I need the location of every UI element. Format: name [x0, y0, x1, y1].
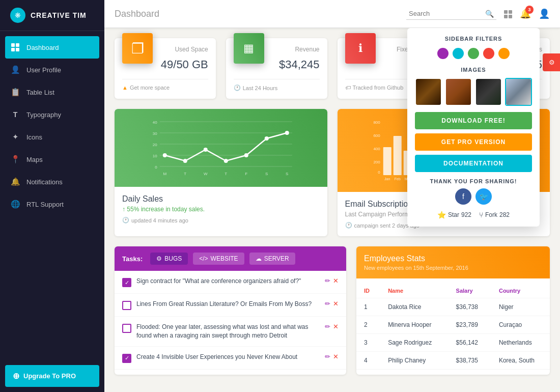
page-title: Dashboard	[115, 9, 159, 19]
col-header-id: ID	[356, 284, 380, 298]
task-edit-1[interactable]: ✏	[325, 277, 330, 285]
notifications-button[interactable]: 🔔 3	[520, 8, 531, 19]
upgrade-label: Upgrade To PRO	[23, 372, 76, 380]
cell-country: Curaçao	[491, 316, 550, 334]
cell-name: Minerva Hooper	[380, 316, 448, 334]
sidebar-item-user-profile[interactable]: 👤 User Profile	[0, 59, 104, 81]
upgrade-button[interactable]: ⊕ Upgrade To PRO	[5, 365, 99, 387]
task-actions-1: ✏ ✕	[325, 277, 339, 285]
task-delete-2[interactable]: ✕	[333, 300, 339, 307]
table-row: 4 Philip Chaney $38,735 Korea, South	[356, 352, 550, 370]
svg-text:M: M	[163, 172, 166, 176]
sidebar-item-label: Maps	[26, 156, 43, 163]
svg-point-12	[204, 148, 208, 152]
svg-text:10: 10	[153, 154, 157, 158]
task-delete-3[interactable]: ✕	[333, 323, 339, 330]
tasks-tab-website[interactable]: </> WEBSITE	[193, 253, 244, 265]
color-dot-green[interactable]	[468, 48, 479, 59]
sidebar-item-table-list[interactable]: 📋 Table List	[0, 81, 104, 103]
sidebar: ❋ CREATIVE TIM Dashboard 👤 User Profile …	[0, 0, 104, 392]
sidebar-item-dashboard[interactable]: Dashboard	[5, 36, 99, 59]
used-space-icon: ❐	[122, 33, 153, 64]
svg-text:S: S	[265, 172, 268, 176]
sidebar-item-rtl[interactable]: 🌐 RTL Support	[0, 193, 104, 215]
task-checkbox-2[interactable]	[122, 301, 131, 310]
cell-id: 4	[356, 352, 380, 370]
cell-salary: $56,142	[449, 334, 491, 352]
table-header-row: ID Name Salary Country	[356, 284, 550, 298]
task-delete-1[interactable]: ✕	[333, 277, 339, 285]
task-actions-4: ✏ ✕	[325, 353, 339, 360]
facebook-share-button[interactable]: f	[455, 188, 471, 205]
color-dot-cyan[interactable]	[453, 48, 464, 59]
github-star[interactable]: ⭐ Star 922	[437, 211, 471, 219]
table-row: 2 Minerva Hooper $23,789 Curaçao	[356, 316, 550, 334]
website-label: WEBSITE	[211, 255, 238, 262]
sidebar-item-label: Typography	[26, 111, 61, 119]
gear-button[interactable]: ⚙	[543, 53, 560, 71]
employees-table: ID Name Salary Country 1 Dakota Rice $36…	[356, 284, 550, 370]
task-edit-3[interactable]: ✏	[325, 323, 330, 330]
task-edit-2[interactable]: ✏	[325, 300, 330, 307]
task-edit-4[interactable]: ✏	[325, 353, 330, 360]
revenue-footer-text: Last 24 Hours	[243, 85, 277, 91]
github-fork-label: Fork	[485, 211, 497, 218]
download-free-button[interactable]: DOWNLOAD FREE!	[415, 112, 532, 129]
stat-card-revenue: ▦ Revenue $34,245 🕐 Last 24 Hours	[226, 38, 327, 99]
filter-image-2[interactable]	[445, 78, 472, 106]
used-space-footer-text: Get more space	[130, 85, 170, 91]
sidebar-item-typography[interactable]: T Typography	[0, 103, 104, 126]
cell-salary: $23,789	[449, 316, 491, 334]
task-delete-4[interactable]: ✕	[333, 353, 339, 360]
twitter-share-button[interactable]: 🐦	[475, 188, 492, 205]
sidebar-item-icons[interactable]: ✦ Icons	[0, 126, 104, 148]
task-checkbox-1[interactable]	[122, 278, 131, 287]
header: Dashboard 🔍 🔔 3 👤	[104, 0, 560, 28]
color-dot-red[interactable]	[483, 48, 494, 59]
task-text-3: Flooded: One year later, assessing what …	[136, 323, 320, 340]
filter-image-4[interactable]	[505, 78, 532, 106]
employees-subtitle: New employees on 15th September, 2016	[364, 265, 542, 271]
get-pro-button[interactable]: GET PRO VERSION	[415, 133, 532, 151]
daily-sales-body: Daily Sales ↑ 55% increase in today sale…	[115, 187, 327, 231]
filter-images-title: IMAGES	[415, 67, 532, 73]
svg-point-16	[285, 131, 289, 135]
grid-view-button[interactable]	[504, 9, 512, 18]
task-checkbox-3[interactable]	[122, 324, 131, 333]
svg-text:Jan: Jan	[384, 177, 390, 181]
dashboard-icon	[10, 42, 20, 52]
search-box[interactable]: 🔍	[406, 8, 496, 20]
tasks-tab-bugs[interactable]: ⚙ BUGS	[150, 253, 188, 265]
task-item-2: Lines From Great Russian Literature? Or …	[115, 294, 346, 317]
cell-id: 2	[356, 316, 380, 334]
sidebar-item-label: User Profile	[26, 66, 61, 74]
color-dot-purple[interactable]	[437, 48, 449, 59]
github-fork[interactable]: ⑂ Fork 282	[479, 211, 510, 219]
filter-image-3[interactable]	[475, 78, 502, 106]
svg-text:30: 30	[153, 131, 157, 136]
cell-name: Dakota Rice	[380, 298, 448, 316]
bugs-icon: ⚙	[156, 255, 162, 262]
employees-body: ID Name Salary Country 1 Dakota Rice $36…	[356, 278, 550, 375]
logo-icon: ❋	[10, 8, 25, 23]
user-menu-button[interactable]: 👤	[539, 8, 550, 19]
documentation-button[interactable]: DOCUMENTATION	[415, 155, 532, 172]
filter-image-1[interactable]	[415, 78, 442, 106]
sidebar-item-notifications[interactable]: 🔔 Notifications	[0, 171, 104, 193]
color-dot-orange[interactable]	[498, 48, 510, 59]
notifications-icon: 🔔	[10, 177, 20, 187]
tasks-tab-server[interactable]: ☁ SERVER	[249, 253, 295, 265]
typography-icon: T	[10, 109, 20, 120]
search-input[interactable]	[409, 10, 485, 17]
used-space-footer: ▲ Get more space	[122, 79, 208, 91]
task-text-4: Create 4 Invisible User Experiences you …	[136, 353, 320, 361]
upgrade-icon: ⊕	[13, 371, 19, 381]
search-icon[interactable]: 🔍	[485, 10, 494, 18]
task-item-4: Create 4 Invisible User Experiences you …	[115, 347, 346, 370]
table-row: 1 Dakota Rice $36,738 Niger	[356, 298, 550, 316]
user-icon: 👤	[10, 65, 20, 75]
task-checkbox-4[interactable]	[122, 354, 131, 363]
cell-id: 1	[356, 298, 380, 316]
fork-icon: ⑂	[479, 211, 483, 219]
sidebar-item-maps[interactable]: 📍 Maps	[0, 148, 104, 171]
